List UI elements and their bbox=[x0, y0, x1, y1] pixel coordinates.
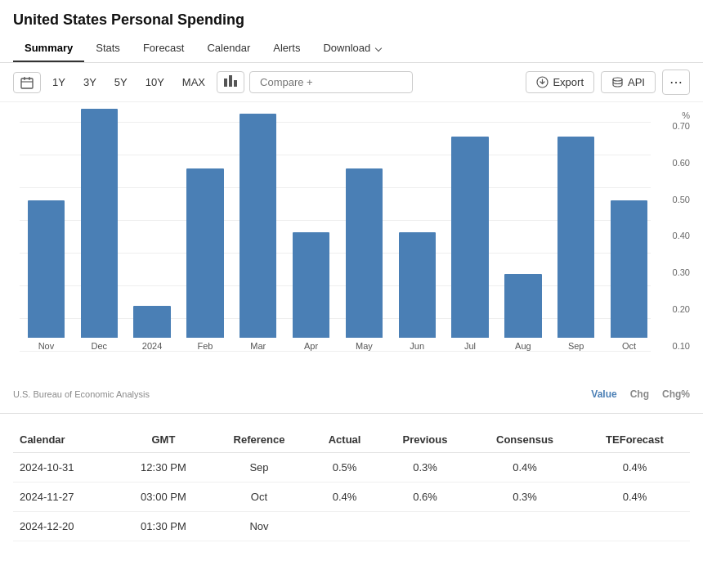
bar[interactable] bbox=[346, 168, 383, 338]
table-row: 2024-10-3112:30 PMSep0.5%0.3%0.4%0.4% bbox=[13, 453, 690, 483]
api-button[interactable]: API bbox=[601, 71, 656, 93]
source-footer: U.S. Bureau of Economic Analysis Value C… bbox=[0, 384, 703, 405]
export-button[interactable]: Export bbox=[526, 71, 594, 93]
cell-teforecast bbox=[580, 512, 690, 541]
cell-actual: 0.4% bbox=[309, 483, 380, 512]
value-tab-chgpct[interactable]: Chg% bbox=[662, 388, 690, 400]
page-title: United States Personal Spending bbox=[0, 0, 703, 35]
bar-chart: NovDec2024FebMarAprMayJunJulAugSepOct bbox=[20, 122, 656, 351]
cell-previous bbox=[380, 512, 470, 541]
cell-teforecast: 0.4% bbox=[580, 453, 690, 483]
compare-input[interactable] bbox=[249, 71, 413, 93]
bar-label: May bbox=[356, 341, 373, 351]
date-range-button[interactable] bbox=[13, 72, 41, 93]
more-options-button[interactable]: ⋯ bbox=[662, 70, 690, 95]
bar-label: Oct bbox=[622, 341, 636, 351]
col-teforecast: TEForecast bbox=[580, 427, 690, 453]
bar-label: Jun bbox=[410, 341, 424, 351]
cell-gmt: 12:30 PM bbox=[118, 453, 208, 483]
cell-reference: Oct bbox=[209, 483, 310, 512]
bar-label: Jul bbox=[464, 341, 476, 351]
y-axis: 0.70 0.60 0.50 0.40 0.30 0.20 0.10 bbox=[651, 122, 690, 351]
bar-label: Dec bbox=[91, 341, 107, 351]
bar-label: Mar bbox=[250, 341, 266, 351]
bar-group: Oct bbox=[602, 200, 656, 351]
svg-rect-5 bbox=[229, 75, 232, 87]
cell-consensus: 0.3% bbox=[470, 483, 580, 512]
bar-group: Feb bbox=[178, 168, 231, 351]
time-5y-button[interactable]: 5Y bbox=[108, 73, 134, 92]
export-label: Export bbox=[553, 76, 584, 88]
source-text: U.S. Bureau of Economic Analysis bbox=[13, 389, 150, 399]
bar-label: Nov bbox=[38, 341, 55, 351]
y-label-020: 0.20 bbox=[673, 305, 690, 314]
y-label-060: 0.60 bbox=[673, 159, 690, 168]
tab-stats[interactable]: Stats bbox=[84, 35, 132, 62]
time-max-button[interactable]: MAX bbox=[176, 73, 212, 92]
time-3y-button[interactable]: 3Y bbox=[77, 73, 103, 92]
col-previous: Previous bbox=[380, 427, 470, 453]
svg-rect-6 bbox=[234, 80, 237, 87]
cell-previous: 0.6% bbox=[380, 483, 470, 512]
value-tabs: Value Chg Chg% bbox=[591, 388, 690, 400]
bar-group: Jul bbox=[444, 137, 497, 351]
bar[interactable] bbox=[611, 200, 647, 338]
bar[interactable] bbox=[504, 274, 541, 338]
bar-chart-icon bbox=[224, 75, 237, 87]
database-icon bbox=[611, 76, 624, 88]
cell-actual bbox=[309, 512, 380, 541]
svg-rect-0 bbox=[21, 79, 33, 88]
bar[interactable] bbox=[28, 200, 65, 338]
value-tab-value[interactable]: Value bbox=[591, 388, 616, 400]
bar-group: Aug bbox=[496, 274, 549, 351]
cell-consensus bbox=[470, 512, 580, 541]
bar-group: Sep bbox=[549, 137, 602, 351]
col-consensus: Consensus bbox=[470, 427, 580, 453]
table-row: 2024-11-2703:00 PMOct0.4%0.6%0.3%0.4% bbox=[13, 483, 690, 512]
toolbar: 1Y 3Y 5Y 10Y MAX Export bbox=[0, 63, 703, 102]
col-reference: Reference bbox=[209, 427, 310, 453]
bar[interactable] bbox=[81, 109, 118, 338]
table-header: Calendar GMT Reference Actual Previous C… bbox=[13, 427, 690, 453]
bar-label: Feb bbox=[197, 341, 213, 351]
cell-calendar: 2024-11-27 bbox=[13, 483, 118, 512]
chart-container: NovDec2024FebMarAprMayJunJulAugSepOct 0.… bbox=[13, 122, 690, 367]
tab-alerts[interactable]: Alerts bbox=[262, 35, 311, 62]
table-body: 2024-10-3112:30 PMSep0.5%0.3%0.4%0.4%202… bbox=[13, 453, 690, 541]
toolbar-right: Export API ⋯ bbox=[526, 70, 690, 95]
bar[interactable] bbox=[240, 114, 276, 338]
tab-calendar[interactable]: Calendar bbox=[195, 35, 262, 62]
cell-reference: Sep bbox=[209, 453, 310, 483]
api-label: API bbox=[628, 76, 645, 88]
cell-calendar: 2024-10-31 bbox=[13, 453, 118, 483]
bar[interactable] bbox=[186, 168, 223, 338]
cell-gmt: 03:00 PM bbox=[118, 483, 208, 512]
bar-group: Mar bbox=[231, 114, 284, 351]
bar[interactable] bbox=[293, 232, 329, 338]
y-label-040: 0.40 bbox=[673, 231, 690, 240]
chart-type-button[interactable] bbox=[217, 71, 244, 93]
cell-reference: Nov bbox=[209, 512, 310, 541]
tab-forecast[interactable]: Forecast bbox=[132, 35, 196, 62]
y-label-050: 0.50 bbox=[673, 195, 690, 204]
time-1y-button[interactable]: 1Y bbox=[46, 73, 72, 92]
cell-previous: 0.3% bbox=[380, 453, 470, 483]
time-10y-button[interactable]: 10Y bbox=[139, 73, 171, 92]
bar[interactable] bbox=[451, 137, 488, 338]
bar[interactable] bbox=[133, 306, 170, 338]
bar[interactable] bbox=[557, 137, 594, 338]
bar[interactable] bbox=[399, 232, 436, 338]
bar-group: Nov bbox=[20, 200, 73, 351]
tab-summary[interactable]: Summary bbox=[13, 35, 84, 62]
bar-group: May bbox=[338, 168, 391, 351]
cell-teforecast: 0.4% bbox=[580, 483, 690, 512]
bar-group: Dec bbox=[73, 109, 126, 351]
chart-area: % NovDec2024FebMarAprMayJunJulAugSepOct … bbox=[0, 102, 703, 380]
cell-actual: 0.5% bbox=[309, 453, 380, 483]
y-label-070: 0.70 bbox=[673, 122, 690, 131]
value-tab-chg[interactable]: Chg bbox=[630, 388, 649, 400]
bar-label: Apr bbox=[304, 341, 318, 351]
download-chevron-icon bbox=[375, 44, 382, 51]
tab-download[interactable]: Download bbox=[311, 35, 392, 62]
gridline-7 bbox=[20, 351, 651, 352]
